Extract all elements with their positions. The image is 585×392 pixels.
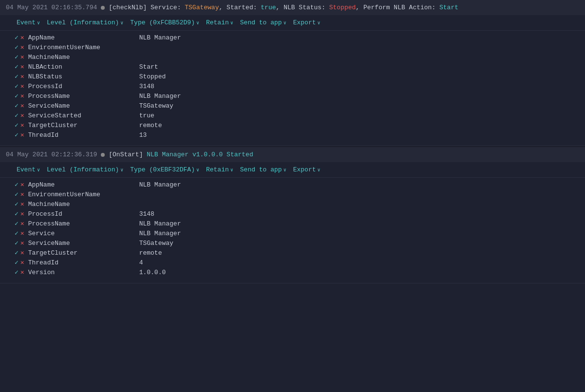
field-icons-version-2: ✓ ✕ (15, 268, 24, 276)
field-icons-envuser-2: ✓ ✕ (15, 190, 24, 198)
field-row-envuser-1: ✓ ✕ EnvironmentUserName (15, 42, 570, 52)
title-nlbstatus-1: Stopped (329, 4, 356, 11)
log-dot-1 (101, 6, 105, 10)
field-name-service-2: Service (28, 230, 135, 237)
field-icons-nlbaction-1: ✓ ✕ (15, 63, 24, 71)
field-row-targetcluster-1: ✓ ✕ TargetCluster remote (15, 120, 570, 130)
x-icon-appname-1: ✕ (20, 34, 24, 41)
field-icons-processid-2: ✓ ✕ (15, 210, 24, 218)
filter-type-1[interactable]: Type (0xFCBB52D9) ∨ (128, 18, 201, 27)
filter-bar-1: Event ∨ Level (Information) ∨ Type (0xFC… (0, 15, 585, 31)
field-row-threadid-2: ✓ ✕ ThreadId 4 (15, 258, 570, 267)
check-icon-threadid-2: ✓ (15, 259, 19, 266)
title-action-1: Start (439, 4, 458, 11)
check-icon-nlbstatus-1: ✓ (15, 73, 19, 80)
log-entry-1: 04 May 2021 02:16:35.794 [checkNlb] Serv… (0, 0, 585, 146)
chevron-sendtoapp-2: ∨ (283, 167, 286, 173)
check-icon-processid-1: ✓ (15, 82, 19, 90)
check-icon-version-2: ✓ (15, 268, 19, 276)
filter-type-2[interactable]: Type (0xEBF32DFA) ∨ (128, 165, 201, 174)
field-name-processid-1: ProcessId (28, 83, 135, 90)
field-name-targetcluster-1: TargetCluster (28, 122, 135, 129)
check-icon-envuser-2: ✓ (15, 190, 19, 198)
filter-bar-2: Event ∨ Level (Information) ∨ Type (0xEB… (0, 162, 585, 178)
field-icons-machinename-2: ✓ ✕ (15, 200, 24, 208)
field-value-processid-2: 3148 (139, 210, 154, 218)
x-icon-machinename-1: ✕ (20, 53, 24, 61)
x-icon-threadid-1: ✕ (20, 131, 24, 139)
filter-level-2[interactable]: Level (Information) ∨ (45, 165, 125, 174)
filter-export-1[interactable]: Export ∨ (291, 18, 322, 27)
field-value-service-2: NLB Manager (139, 230, 181, 237)
title-prefix-2: [OnStart] (109, 151, 143, 158)
x-icon-service-2: ✕ (20, 229, 24, 237)
x-icon-threadid-2: ✕ (20, 259, 24, 266)
check-icon-targetcluster-2: ✓ (15, 249, 19, 257)
field-name-servicename-1: ServiceName (28, 102, 135, 110)
title-text3-1: , NLB Status: (276, 4, 329, 11)
log-header-1: 04 May 2021 02:16:35.794 [checkNlb] Serv… (0, 0, 585, 15)
chevron-retain-1: ∨ (230, 20, 233, 26)
check-icon-processname-2: ✓ (15, 220, 19, 227)
field-icons-targetcluster-1: ✓ ✕ (15, 121, 24, 129)
x-icon-version-2: ✕ (20, 268, 24, 276)
field-row-threadid-1: ✓ ✕ ThreadId 13 (15, 130, 570, 140)
chevron-level-1: ∨ (120, 20, 123, 26)
x-icon-servicestarted-1: ✕ (20, 112, 24, 119)
x-icon-processid-2: ✕ (20, 210, 24, 218)
field-row-appname-2: ✓ ✕ AppName NLB Manager (15, 180, 570, 189)
chevron-event-1: ∨ (37, 20, 40, 26)
field-icons-processname-2: ✓ ✕ (15, 220, 24, 227)
filter-export-2[interactable]: Export ∨ (291, 165, 322, 174)
filter-event-1[interactable]: Event ∨ (15, 18, 42, 27)
field-name-envuser-2: EnvironmentUserName (28, 191, 135, 198)
field-icons-appname-1: ✓ ✕ (15, 34, 24, 41)
filter-retain-2[interactable]: Retain ∨ (204, 165, 235, 174)
field-row-machinename-2: ✓ ✕ MachineName (15, 199, 570, 209)
check-icon-envuser-1: ✓ (15, 43, 19, 51)
field-name-appname-1: AppName (28, 34, 135, 41)
field-name-processname-2: ProcessName (28, 220, 135, 227)
x-icon-nlbaction-1: ✕ (20, 63, 24, 71)
field-value-processname-1: NLB Manager (139, 93, 181, 100)
x-icon-envuser-2: ✕ (20, 190, 24, 198)
filter-sendtoapp-1[interactable]: Send to app ∨ (238, 18, 288, 27)
filter-retain-1[interactable]: Retain ∨ (204, 18, 235, 27)
field-value-nlbstatus-1: Stopped (139, 73, 166, 80)
chevron-event-2: ∨ (37, 167, 40, 173)
title-text-1: Service: (147, 4, 185, 11)
check-icon-servicestarted-1: ✓ (15, 112, 19, 119)
field-row-appname-1: ✓ ✕ AppName NLB Manager (15, 33, 570, 42)
field-icons-servicestarted-1: ✓ ✕ (15, 112, 24, 119)
x-icon-envuser-1: ✕ (20, 43, 24, 51)
title-service-2: NLB Manager v1.0.0.0 Started (147, 151, 253, 158)
field-row-nlbstatus-1: ✓ ✕ NLBStatus Stopped (15, 72, 570, 81)
x-icon-nlbstatus-1: ✕ (20, 73, 24, 80)
chevron-retain-2: ∨ (230, 167, 233, 173)
field-row-machinename-1: ✓ ✕ MachineName (15, 52, 570, 62)
log-header-2: 04 May 2021 02:12:36.319 [OnStart] NLB M… (0, 147, 585, 162)
field-icons-processid-1: ✓ ✕ (15, 82, 24, 90)
fields-table-1: ✓ ✕ AppName NLB Manager ✓ ✕ EnvironmentU… (0, 31, 585, 146)
field-name-processname-1: ProcessName (28, 93, 135, 100)
chevron-export-1: ∨ (317, 20, 320, 26)
filter-level-1[interactable]: Level (Information) ∨ (45, 18, 125, 27)
filter-sendtoapp-2[interactable]: Send to app ∨ (238, 165, 288, 174)
field-name-threadid-1: ThreadId (28, 131, 135, 139)
field-icons-appname-2: ✓ ✕ (15, 181, 24, 188)
field-row-servicename-2: ✓ ✕ ServiceName TSGateway (15, 238, 570, 248)
field-row-envuser-2: ✓ ✕ EnvironmentUserName (15, 189, 570, 199)
filter-event-2[interactable]: Event ∨ (15, 165, 42, 174)
title-service-1: TSGateway (185, 4, 219, 11)
field-icons-targetcluster-2: ✓ ✕ (15, 249, 24, 257)
check-icon-appname-1: ✓ (15, 34, 19, 41)
chevron-type-2: ∨ (196, 167, 199, 173)
field-value-servicename-1: TSGateway (139, 102, 173, 110)
field-value-processid-1: 3148 (139, 83, 154, 90)
field-name-processid-2: ProcessId (28, 210, 135, 218)
check-icon-processid-2: ✓ (15, 210, 19, 218)
x-icon-processname-2: ✕ (20, 220, 24, 227)
check-icon-machinename-2: ✓ (15, 200, 19, 208)
field-name-nlbaction-1: NLBAction (28, 63, 135, 71)
field-icons-servicename-1: ✓ ✕ (15, 102, 24, 110)
